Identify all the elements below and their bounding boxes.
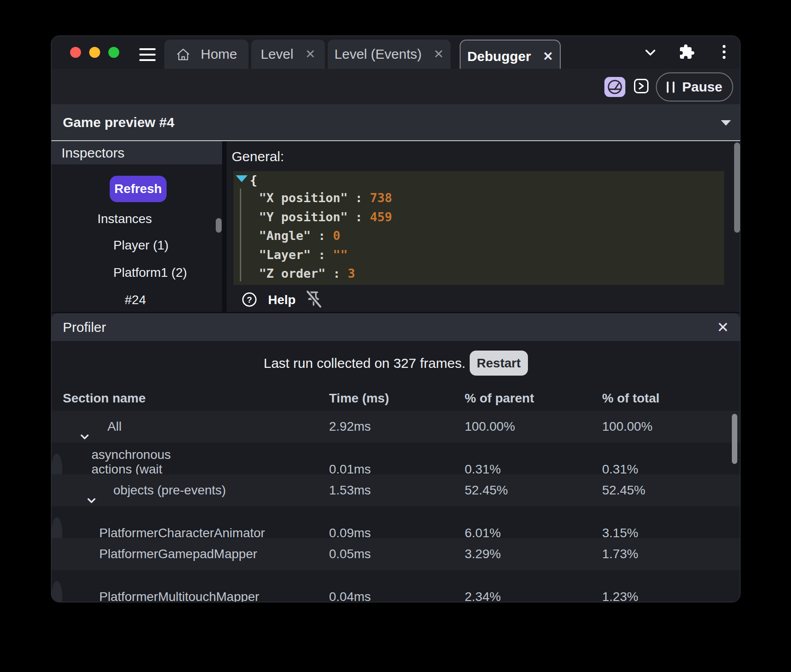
cell-time: 0.05ms xyxy=(329,538,371,570)
puzzle-extension-icon[interactable] xyxy=(679,44,695,60)
debugger-toolbar: Pause xyxy=(51,69,740,104)
tab-close-icon[interactable]: ✕ xyxy=(543,49,553,64)
property-value[interactable]: 738 xyxy=(370,191,392,205)
row-expand-chevron-icon[interactable] xyxy=(79,421,91,453)
gauge-icon xyxy=(606,78,624,96)
cell-section-name: All xyxy=(107,411,122,443)
property-colon: : xyxy=(311,248,333,262)
question-circle-icon: ? xyxy=(242,292,257,307)
inspectors-header: Inspectors xyxy=(51,141,222,164)
inspectors-title: Inspectors xyxy=(61,145,124,161)
profiler-header: Profiler ✕ xyxy=(51,313,740,341)
tab-level[interactable]: Level✕ xyxy=(251,40,325,69)
cell-time: 0.04ms xyxy=(329,581,371,602)
traffic-close-button[interactable] xyxy=(70,47,81,58)
traffic-minimize-button[interactable] xyxy=(89,47,100,58)
chevron-down-icon[interactable] xyxy=(643,45,658,60)
game-preview-title: Game preview #4 xyxy=(63,104,174,140)
property-key: "Layer" xyxy=(259,248,311,262)
expand-triangle-icon[interactable] xyxy=(236,175,248,182)
inspector-item-player-1-[interactable]: Player (1) xyxy=(113,238,168,253)
cell-section-name: objects (pre-events) xyxy=(113,474,226,506)
property-value[interactable]: 459 xyxy=(370,210,392,224)
help-label[interactable]: Help xyxy=(268,293,296,307)
property-value[interactable]: "" xyxy=(333,248,348,262)
cell-percent-of-parent: 2.34% xyxy=(465,581,501,602)
property-value[interactable]: 0 xyxy=(333,229,340,243)
instance-properties-code-block: { "X position" : 738"Y position" : 459"A… xyxy=(233,171,724,285)
property-key: "Z order" xyxy=(259,266,325,280)
property-colon: : xyxy=(348,210,370,224)
property-value[interactable]: 3 xyxy=(348,266,355,280)
pause-label: Pause xyxy=(682,79,722,95)
cell-percent-of-parent: 100.00% xyxy=(465,411,515,443)
open-brace: { xyxy=(250,173,257,187)
column-header-time: Time (ms) xyxy=(329,391,389,406)
game-preview-header[interactable]: Game preview #4 xyxy=(51,104,740,141)
property-line: "X position" : 738 xyxy=(259,188,392,208)
property-colon: : xyxy=(311,229,333,243)
column-header-section-name: Section name xyxy=(63,391,146,406)
general-panel: General: { "X position" : 738"Y position… xyxy=(227,141,740,312)
cell-percent-of-total: 1.73% xyxy=(602,538,638,570)
debugger-window: HomeLevel✕Level (Events)✕Debugger✕ xyxy=(51,36,740,602)
profiler-row-all[interactable]: All2.92ms100.00%100.00% xyxy=(51,411,740,443)
property-line: "Layer" : "" xyxy=(259,245,392,265)
chevron-down-icon[interactable] xyxy=(721,120,731,126)
profiler-row-platformermultitouchmapper[interactable]: PlatformerMultitouchMapper0.04ms2.34%1.2… xyxy=(51,581,62,602)
indent-guide xyxy=(240,188,241,281)
cell-section-name: PlatformerMultitouchMapper xyxy=(99,581,259,602)
cell-time: 1.53ms xyxy=(329,474,371,506)
tab-label: Debugger xyxy=(467,49,531,64)
cell-percent-of-parent: 3.29% xyxy=(465,538,501,570)
profiler-row-platformergamepadmapper[interactable]: PlatformerGamepadMapper0.05ms3.29%1.73% xyxy=(51,538,740,570)
property-key: "Y position" xyxy=(259,210,348,224)
pause-icon xyxy=(667,81,674,93)
tab-level-events-[interactable]: Level (Events)✕ xyxy=(328,40,451,69)
inspector-item-platform1-2-[interactable]: Platform1 (2) xyxy=(113,265,187,280)
property-key: "Angle" xyxy=(259,229,311,243)
unpin-icon[interactable] xyxy=(304,289,323,310)
console-button[interactable] xyxy=(634,78,649,94)
profiler-toggle-button[interactable] xyxy=(604,77,625,97)
general-title: General: xyxy=(232,149,284,164)
cell-percent-of-total: 52.45% xyxy=(602,474,645,506)
tab-bar: HomeLevel✕Level (Events)✕Debugger✕ xyxy=(51,36,740,69)
profiler-body: Last run collected on 327 frames. Restar… xyxy=(51,341,740,602)
refresh-button[interactable]: Refresh xyxy=(110,176,167,202)
home-icon xyxy=(176,47,191,62)
profiler-close-icon[interactable]: ✕ xyxy=(717,313,729,341)
cell-percent-of-total: 100.00% xyxy=(602,411,653,443)
main-split: Inspectors Refresh InstancesPlayer (1)Pl… xyxy=(51,141,740,313)
tab-close-icon[interactable]: ✕ xyxy=(434,47,444,61)
inspector-item-instances[interactable]: Instances xyxy=(97,212,152,226)
property-key: "X position" xyxy=(259,191,348,205)
profiler-scrollbar-thumb[interactable] xyxy=(732,414,737,464)
tab-home[interactable]: Home xyxy=(164,40,248,69)
svg-text:?: ? xyxy=(247,295,252,305)
cell-percent-of-total: 1.23% xyxy=(602,581,638,602)
terminal-icon xyxy=(634,78,649,94)
help-button[interactable]: ? xyxy=(242,292,257,307)
hamburger-menu-icon[interactable] xyxy=(139,48,156,61)
property-colon: : xyxy=(325,266,348,280)
profiler-panel: Profiler ✕ Last run collected on 327 fra… xyxy=(51,313,740,602)
restart-button[interactable]: Restart xyxy=(470,351,528,376)
kebab-menu-icon[interactable] xyxy=(722,44,726,60)
profiler-row-objects-pre-events-[interactable]: objects (pre-events)1.53ms52.45%52.45% xyxy=(51,474,740,506)
pause-button[interactable]: Pause xyxy=(656,72,733,102)
inspectors-scrollbar-thumb[interactable] xyxy=(216,218,222,233)
inspectors-panel: Inspectors Refresh InstancesPlayer (1)Pl… xyxy=(51,141,222,312)
property-line: "Z order" : 3 xyxy=(259,264,392,283)
inspector-item--24[interactable]: #24 xyxy=(125,293,146,307)
row-expand-chevron-icon[interactable] xyxy=(86,484,97,516)
general-scrollbar-thumb[interactable] xyxy=(734,143,740,233)
traffic-zoom-button[interactable] xyxy=(108,47,119,58)
column-header-pct-parent: % of parent xyxy=(465,391,534,406)
tab-debugger[interactable]: Debugger✕ xyxy=(460,40,561,69)
cell-percent-of-parent: 52.45% xyxy=(465,474,508,506)
tab-close-icon[interactable]: ✕ xyxy=(305,47,316,61)
tab-label: Home xyxy=(201,46,237,62)
column-header-pct-total: % of total xyxy=(602,391,659,406)
tab-label: Level (Events) xyxy=(335,46,422,62)
